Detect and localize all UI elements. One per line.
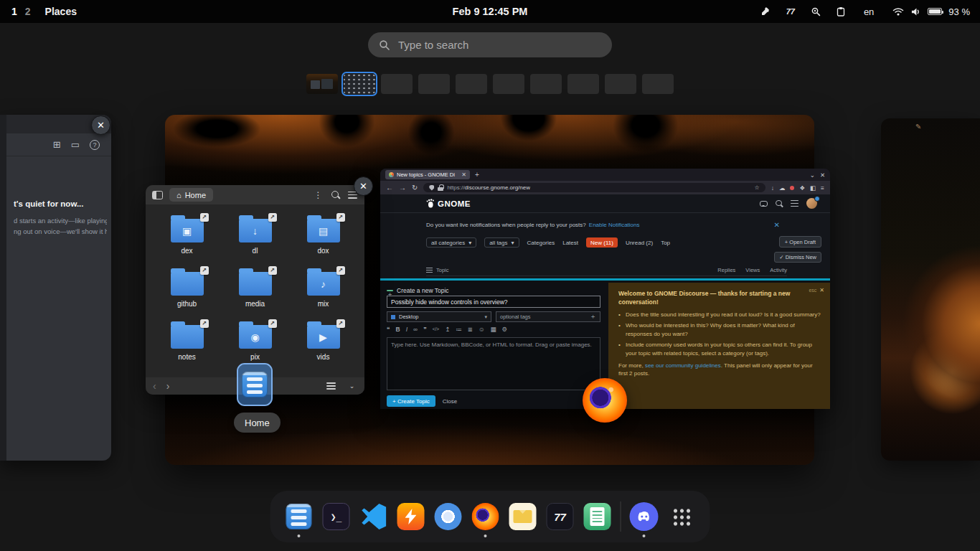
italic-icon[interactable]: I bbox=[406, 326, 407, 333]
new-group-dm-icon[interactable]: ⊞ bbox=[53, 139, 61, 150]
views-column[interactable]: Views bbox=[745, 267, 760, 273]
quote-icon[interactable]: ❝ bbox=[387, 326, 390, 333]
folder-item[interactable]: ↗↓ dl bbox=[221, 210, 289, 263]
dash-text-editor-button[interactable] bbox=[583, 502, 612, 531]
code-icon[interactable]: </> bbox=[433, 327, 439, 332]
places-menu[interactable]: Places bbox=[45, 6, 77, 17]
browser-tab[interactable]: New topics - GNOME Di ✕ bbox=[385, 170, 470, 179]
window-close-icon[interactable]: ✕ bbox=[820, 171, 825, 179]
keyboard-layout-indicator[interactable]: en bbox=[864, 6, 874, 17]
bookmark-star-icon[interactable]: ☆ bbox=[754, 184, 759, 191]
community-guidelines-link[interactable]: see our community guidelines bbox=[645, 362, 721, 369]
folder-item[interactable]: ↗▶ vids bbox=[289, 316, 357, 369]
workspace-indicator[interactable]: 1 2 bbox=[11, 6, 31, 17]
list-view-icon[interactable] bbox=[326, 382, 336, 390]
numbered-list-icon[interactable]: ≣ bbox=[468, 326, 473, 333]
workspace-thumbnail-6[interactable] bbox=[493, 74, 524, 94]
gnome-logo[interactable]: GNOME bbox=[426, 199, 471, 208]
add-tag-icon[interactable]: ＋ bbox=[590, 312, 596, 321]
screen-share-icon[interactable]: ▭ bbox=[71, 139, 80, 150]
messages-icon[interactable] bbox=[760, 201, 768, 207]
tips-close-icon[interactable]: ✕ bbox=[819, 286, 824, 295]
close-window-button-files[interactable]: ✕ bbox=[354, 176, 373, 196]
folder-item[interactable]: ↗▣ dex bbox=[153, 210, 221, 263]
folder-item[interactable]: ↗▤ dox bbox=[289, 210, 357, 263]
clipboard-icon[interactable] bbox=[837, 6, 845, 17]
folder-item[interactable]: ↗♪ mix bbox=[289, 263, 357, 316]
dash-mail-button[interactable] bbox=[509, 502, 537, 531]
dash-warp-button[interactable]: 77 bbox=[546, 502, 575, 531]
avatar[interactable] bbox=[806, 198, 817, 209]
files-window-thumbnail[interactable]: ⌂ Home ⋮ ↗▣ dex ↗↓ dl ↗▤ dox ↗ gith bbox=[146, 185, 364, 395]
extension-badge-icon[interactable] bbox=[790, 186, 794, 190]
categories-filter-dropdown[interactable]: all categories▾ bbox=[426, 237, 476, 248]
workspace-thumbnail-4[interactable] bbox=[418, 74, 450, 94]
folder-item[interactable]: ↗ github bbox=[153, 263, 221, 316]
files-search-icon[interactable] bbox=[330, 191, 341, 199]
sidebar-toggle-icon[interactable] bbox=[152, 191, 163, 199]
discord-window-thumbnail[interactable]: ⊞ ▭ ? t's quiet for now... d starts an a… bbox=[0, 115, 111, 461]
open-draft-button[interactable]: + Open Draft bbox=[779, 236, 821, 248]
forward-icon[interactable]: › bbox=[166, 381, 170, 391]
screenshot-tool-icon[interactable] bbox=[811, 6, 821, 17]
tags-filter-dropdown[interactable]: all tags▾ bbox=[484, 237, 519, 248]
topic-title-input[interactable]: Possibly hide window controls in overvie… bbox=[387, 296, 600, 308]
workspace-thumbnail-3[interactable] bbox=[381, 74, 413, 94]
enable-notifications-link[interactable]: Enable Notifications bbox=[589, 222, 640, 228]
workspace-thumbnail-10[interactable] bbox=[642, 74, 674, 94]
workspace-thumbnail-7[interactable] bbox=[530, 74, 562, 94]
lock-icon[interactable] bbox=[438, 184, 443, 191]
folder-item[interactable]: ↗ media bbox=[221, 263, 289, 316]
dash-vscode-button[interactable] bbox=[359, 502, 388, 531]
replies-column[interactable]: Replies bbox=[717, 267, 735, 273]
nav-unread[interactable]: Unread (2) bbox=[626, 240, 653, 246]
path-bar-button[interactable]: ⌂ Home bbox=[169, 188, 213, 202]
forward-icon[interactable]: → bbox=[399, 184, 406, 192]
folder-item[interactable]: ↗◉ pix bbox=[221, 316, 289, 369]
emoji-icon[interactable]: ☺ bbox=[479, 326, 485, 333]
sidebar-icon[interactable]: ◧ bbox=[810, 184, 816, 192]
chevron-down-icon[interactable]: ⌄ bbox=[347, 382, 357, 390]
dash-chromium-button[interactable] bbox=[434, 502, 463, 531]
nav-latest[interactable]: Latest bbox=[562, 240, 578, 246]
bold-icon[interactable]: B bbox=[396, 326, 400, 333]
dash-firefox-button[interactable] bbox=[471, 502, 500, 531]
menu-icon[interactable]: ≡ bbox=[821, 184, 824, 192]
clock[interactable]: Feb 9 12:45 PM bbox=[453, 6, 528, 17]
category-select[interactable]: Desktop ▾ bbox=[387, 311, 491, 322]
banner-close-icon[interactable]: ✕ bbox=[774, 221, 780, 229]
back-icon[interactable]: ← bbox=[386, 184, 393, 192]
table-icon[interactable]: ▦ bbox=[491, 326, 496, 333]
help-icon[interactable]: ? bbox=[90, 140, 100, 150]
files-app-icon-selected[interactable] bbox=[238, 364, 271, 405]
discourse-search-icon[interactable] bbox=[776, 200, 783, 207]
gear-icon[interactable]: ⚙ bbox=[502, 326, 508, 333]
hamburger-menu-icon[interactable] bbox=[791, 200, 798, 207]
nav-top[interactable]: Top bbox=[661, 240, 670, 246]
adjacent-workspace-window[interactable]: ✎ bbox=[881, 118, 980, 461]
workspace-thumbnail-9[interactable] bbox=[605, 74, 636, 94]
folder-item[interactable]: ↗ notes bbox=[153, 316, 221, 369]
bullet-list-icon[interactable]: ≔ bbox=[456, 326, 462, 333]
tags-select[interactable]: optional tags ＋ bbox=[496, 311, 600, 322]
workspace-1-button[interactable]: 1 bbox=[11, 6, 17, 17]
extensions-puzzle-icon[interactable]: ❖ bbox=[799, 184, 805, 192]
back-icon[interactable]: ‹ bbox=[153, 381, 156, 391]
workspace-thumbnail-8[interactable] bbox=[567, 74, 599, 94]
workspace-thumbnail-5[interactable] bbox=[456, 74, 487, 94]
close-window-button-discord[interactable]: ✕ bbox=[91, 116, 110, 135]
topic-column-label[interactable]: Topic bbox=[436, 267, 449, 273]
new-tab-button[interactable]: + bbox=[475, 171, 479, 179]
sync-icon[interactable]: ☁ bbox=[779, 184, 786, 192]
tab-close-icon[interactable]: ✕ bbox=[461, 171, 466, 178]
editor-textarea[interactable]: Type here. Use Markdown, BBCode, or HTML… bbox=[387, 337, 600, 390]
show-apps-button[interactable] bbox=[667, 502, 696, 531]
firefox-window-thumbnail[interactable]: New topics - GNOME Di ✕ + ⌄ ✕ ← → ↻ http… bbox=[380, 169, 830, 409]
warp-tray-icon[interactable]: 77 bbox=[786, 7, 795, 16]
address-bar[interactable]: https://discourse.gnome.org/new ☆ bbox=[423, 183, 765, 192]
dismiss-new-button[interactable]: ✓ Dismiss New bbox=[774, 252, 821, 263]
dash-discord-button[interactable] bbox=[630, 502, 659, 531]
dash-lightning-app-button[interactable] bbox=[397, 502, 425, 531]
firefox-app-icon[interactable] bbox=[583, 378, 627, 423]
nav-new-selected[interactable]: New (11) bbox=[586, 237, 618, 248]
